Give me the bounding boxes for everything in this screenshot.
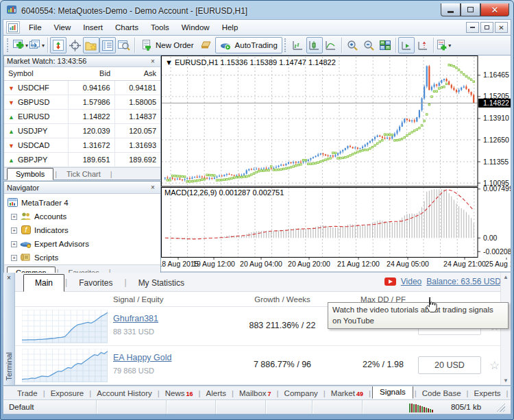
terminal-tab-experts[interactable]: Experts: [470, 388, 505, 399]
column-header-ask[interactable]: Ask: [114, 67, 160, 81]
terminal-toggle-button[interactable]: [99, 37, 116, 53]
indicators-dropdown[interactable]: ▾: [448, 42, 451, 49]
ask-cell: 189.692: [114, 153, 160, 167]
styles-button[interactable]: [199, 37, 215, 53]
menu-item-charts[interactable]: Charts: [109, 21, 145, 34]
terminal-tab-signals[interactable]: Signals: [372, 386, 413, 399]
new-order-button[interactable]: New Order: [137, 37, 199, 53]
price-chart[interactable]: 1.164651.152051.139101.126501.113551.100…: [161, 55, 511, 271]
terminal-tab-account-history[interactable]: Account History: [93, 388, 156, 399]
market-watch-row-usdjpy[interactable]: ▲USDJPY120.039120.057: [4, 124, 160, 138]
terminal-tab-company[interactable]: Company: [280, 388, 322, 399]
navigator-close-icon[interactable]: ×: [148, 184, 158, 191]
signals-tab-favorites[interactable]: Favorites: [68, 275, 123, 291]
balance-link[interactable]: Balance: 63.56 USD: [426, 277, 501, 286]
tree-item-label: Indicators: [34, 226, 69, 234]
favorite-star-icon[interactable]: ☆: [489, 358, 500, 373]
menu-item-view[interactable]: View: [48, 21, 77, 34]
menu-item-window[interactable]: Window: [175, 21, 216, 34]
signal-name-link[interactable]: EA Happy Gold: [113, 353, 171, 362]
scroll-up-icon[interactable]: ▲: [503, 274, 509, 280]
terminal-tab-alerts[interactable]: Alerts: [202, 388, 230, 399]
market-watch-toggle-button[interactable]: [50, 37, 66, 53]
tree-item-indicators[interactable]: +fIndicators: [7, 223, 160, 237]
menu-item-file[interactable]: File: [23, 21, 48, 34]
autotrading-button[interactable]: AutoTrading: [215, 37, 282, 53]
zoom-out-button[interactable]: [360, 37, 377, 53]
minimize-button[interactable]: [441, 3, 461, 16]
auto-scroll-button[interactable]: [398, 37, 415, 53]
navigator-header[interactable]: Navigator ×: [4, 182, 160, 194]
strategy-tester-button[interactable]: [116, 37, 132, 53]
market-watch-row-eurusd[interactable]: ▲EURUSD1.148221.14837: [4, 110, 160, 124]
toolbar-grip[interactable]: [7, 38, 10, 52]
ask-cell: 1.31693: [114, 138, 160, 153]
bar-chart-button[interactable]: [290, 37, 306, 53]
mdi-minimize-button[interactable]: [466, 22, 479, 33]
tab-symbols[interactable]: Symbols: [7, 168, 53, 180]
tree-item-accounts[interactable]: +Accounts: [7, 210, 160, 223]
mdi-close-button[interactable]: ✕: [495, 22, 508, 33]
scroll-down-icon[interactable]: ▼: [503, 378, 509, 384]
new-chart-dropdown[interactable]: ▾: [25, 42, 28, 49]
tree-item-expert-advisors[interactable]: +Expert Advisors: [7, 237, 160, 251]
candlestick-chart-button[interactable]: [306, 37, 323, 53]
expand-icon[interactable]: +: [11, 214, 17, 220]
line-chart-button[interactable]: [323, 37, 339, 53]
chart-shift-button[interactable]: [415, 37, 431, 53]
terminal-tab-exposure[interactable]: Exposure: [47, 388, 88, 399]
new-chart-button[interactable]: ▾: [12, 37, 29, 53]
tree-item-metatrader4[interactable]: MetaTrader 4: [7, 196, 160, 210]
terminal-tab-code-base[interactable]: Code Base: [418, 388, 465, 399]
navigator-toggle-button[interactable]: [83, 37, 99, 53]
market-watch-close-icon[interactable]: ×: [148, 58, 158, 65]
crosshair-icon: [69, 40, 81, 51]
terminal-tab-market[interactable]: Market49: [327, 388, 367, 399]
signal-equity: 79 868 USD: [113, 367, 154, 375]
terminal-tab-mailbox[interactable]: Mailbox7: [235, 388, 276, 399]
market-watch-row-gbpjpy[interactable]: ▲GBPJPY189.651189.692: [4, 153, 160, 167]
expand-icon[interactable]: +: [11, 255, 17, 261]
toolbar-grip2[interactable]: [284, 38, 288, 52]
signals-tab-my-statistics[interactable]: My Statistics: [127, 275, 195, 291]
expand-icon[interactable]: +: [11, 241, 17, 247]
close-button[interactable]: ✕: [480, 3, 509, 16]
profiles-button[interactable]: ▾: [29, 37, 45, 53]
youtube-icon[interactable]: [384, 277, 396, 286]
market-watch-header[interactable]: Market Watch: 13:43:56 ×: [4, 56, 160, 67]
profile-indicator[interactable]: Default: [3, 400, 97, 414]
tab-tick-chart[interactable]: Tick Chart: [58, 169, 109, 180]
indicators-button[interactable]: ▾: [436, 37, 452, 53]
signal-row-ea-happy-gold[interactable]: EA Happy Gold79 868 USD7 886.77% / 9622%…: [15, 346, 511, 385]
chart-window[interactable]: 1.164651.152051.139101.126501.113551.100…: [161, 55, 511, 271]
column-header-bid[interactable]: Bid: [68, 67, 114, 81]
market-watch-row-usdcad[interactable]: ▼USDCAD1.316721.31693: [4, 138, 160, 153]
profiles-dropdown[interactable]: ▾: [42, 42, 45, 49]
terminal-close-icon[interactable]: ×: [7, 274, 11, 282]
terminal-tab-jou[interactable]: Jou: [510, 388, 511, 399]
signals-tab-main[interactable]: Main: [23, 274, 64, 292]
video-link[interactable]: Video: [401, 277, 421, 286]
menu-item-tools[interactable]: Tools: [145, 21, 175, 34]
menu-item-help[interactable]: Help: [216, 21, 245, 34]
terminal-tab-trade[interactable]: Trade: [13, 388, 42, 399]
maximize-button[interactable]: [461, 3, 480, 16]
column-header-signal-equity[interactable]: Signal / Equity: [113, 295, 223, 304]
chart-document-icon[interactable]: [6, 21, 20, 34]
zoom-in-button[interactable]: [344, 37, 360, 53]
tile-windows-button[interactable]: [377, 37, 393, 53]
tree-item-scripts[interactable]: +Scripts: [7, 251, 160, 264]
signal-name-link[interactable]: Ghufran381: [113, 314, 158, 323]
expand-icon[interactable]: +: [11, 227, 17, 234]
market-watch-row-gbpusd[interactable]: ▼GBPUSD1.579861.58005: [4, 95, 160, 110]
column-header-growth-weeks[interactable]: Growth / Weeks: [228, 295, 337, 304]
column-header-symbol[interactable]: Symbol: [4, 67, 68, 81]
crosshair-button[interactable]: [66, 37, 83, 53]
market-watch-row-usdchf[interactable]: ▼USDCHF0.941660.94181: [4, 81, 160, 95]
mdi-restore-button[interactable]: [480, 22, 493, 33]
signal-price-button[interactable]: 20 USD: [418, 356, 481, 374]
maximize-icon: [467, 7, 474, 12]
resize-grip[interactable]: [495, 402, 505, 412]
menu-item-insert[interactable]: Insert: [77, 21, 109, 34]
terminal-tab-news[interactable]: News16: [161, 388, 197, 399]
